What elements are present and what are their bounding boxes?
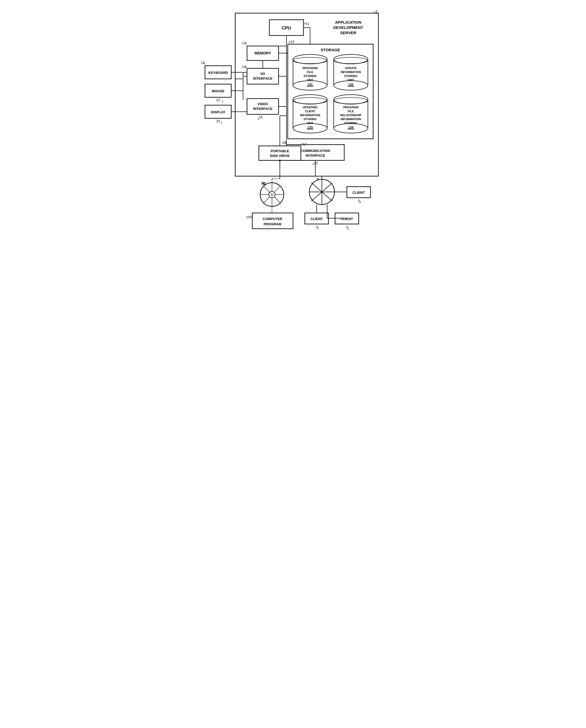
video-ref: 16	[259, 115, 263, 119]
svg-text:I/O: I/O	[260, 72, 265, 76]
comm-ref-15: 15	[314, 161, 318, 165]
server-ref: 1	[376, 9, 378, 14]
svg-text:STORING: STORING	[344, 122, 357, 125]
svg-point-65	[271, 193, 273, 196]
io-box	[247, 68, 278, 84]
server-label: APPLICATION	[335, 20, 362, 24]
program-label: PROGRAM	[264, 222, 282, 226]
main-diagram-svg: APPLICATION DEVELOPMENT SERVER 1 CPU 11 …	[201, 5, 385, 242]
cpu-label: CPU	[282, 26, 291, 30]
disc-ref: 90	[262, 181, 266, 185]
svg-text:SERVER: SERVER	[340, 30, 356, 35]
svg-text:FILE: FILE	[307, 71, 313, 74]
comm-label: INTERFACE	[305, 154, 325, 157]
svg-point-33	[334, 95, 368, 104]
keyboard-ref: 21	[201, 61, 205, 65]
svg-text:STORING: STORING	[303, 118, 317, 121]
diagram-container: APPLICATION DEVELOPMENT SERVER 1 CPU 11 …	[201, 5, 385, 242]
program-box	[252, 213, 293, 229]
db1-label: PROGRAM	[302, 67, 317, 70]
svg-point-11	[293, 54, 327, 64]
svg-point-25	[293, 95, 327, 104]
display-label: DISPLAY	[211, 110, 225, 114]
video-label: INTERFACE	[253, 107, 272, 111]
svg-text:INFORMATION: INFORMATION	[300, 113, 320, 117]
io-label: INTERFACE	[253, 77, 272, 80]
program-ref: 100	[246, 215, 252, 219]
svg-text:STORING: STORING	[344, 74, 357, 78]
mouse-ref: 22	[216, 98, 220, 102]
db4-label: PROGRAM	[343, 106, 358, 109]
display-ref: 23	[216, 119, 220, 123]
db2-label: UPDATE	[345, 67, 356, 70]
svg-text:UNIT: UNIT	[307, 78, 314, 81]
db4-ref: 134	[348, 126, 353, 129]
client-bottomleft-label: CLIENT	[311, 217, 323, 221]
portable-box	[259, 146, 301, 160]
cpu-ref: 11	[305, 22, 309, 26]
svg-text:STORING: STORING	[303, 74, 317, 78]
svg-text:DEVELOPMENT: DEVELOPMENT	[333, 25, 363, 30]
svg-text:UNIT: UNIT	[347, 78, 354, 81]
io-ref: 14	[242, 65, 246, 69]
portable-ref: 17	[303, 142, 307, 146]
db2-ref: 132	[348, 83, 353, 86]
video-box	[247, 99, 278, 114]
keyboard-label: KEYBOARD	[208, 71, 228, 75]
storage-ref: 13	[290, 40, 294, 44]
client-bottomleft-ref: 3	[316, 225, 317, 229]
client-right-label: CLIENT	[353, 190, 365, 194]
svg-text:RELATIONSHIP: RELATIONSHIP	[340, 113, 361, 117]
client-bottomright-label: CLIENT	[341, 217, 353, 221]
svg-text:INFORMATION: INFORMATION	[341, 118, 361, 121]
svg-point-18	[334, 54, 368, 64]
memory-label: MEMORY	[255, 51, 271, 55]
svg-text:INFORMATION: INFORMATION	[341, 71, 361, 74]
db1-ref: 131	[308, 83, 313, 86]
svg-text:PORTABLE: PORTABLE	[271, 149, 289, 153]
portable-label: DISK DRIVE	[270, 154, 290, 158]
memory-ref: 12	[242, 41, 246, 45]
db3-label: UPDATING	[303, 106, 318, 109]
db3-ref: 133	[308, 126, 313, 129]
svg-text:COMPUTER: COMPUTER	[263, 217, 283, 221]
svg-text:CLIENT: CLIENT	[305, 110, 315, 113]
svg-text:FILE: FILE	[348, 110, 354, 113]
client-right-ref: 3	[358, 199, 359, 203]
comm-ref-18: 18	[282, 141, 286, 145]
svg-text:COMMUNICATION: COMMUNICATION	[301, 149, 330, 153]
svg-text:UNIT: UNIT	[307, 122, 314, 125]
storage-label: STORAGE	[321, 48, 340, 52]
mouse-label: MOUSE	[212, 89, 224, 93]
client-bottomright-ref: 3	[346, 225, 348, 229]
svg-text:VIDEO: VIDEO	[258, 102, 268, 106]
